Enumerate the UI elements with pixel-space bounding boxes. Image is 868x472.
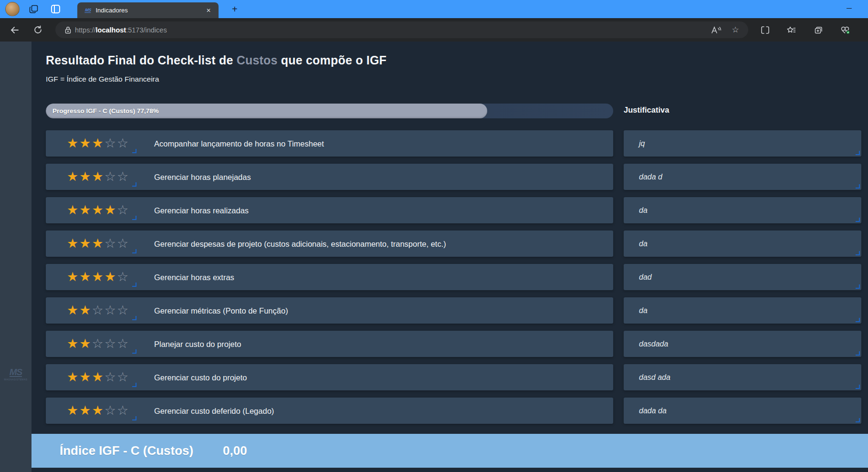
resize-handle-icon[interactable] xyxy=(856,151,860,155)
resize-handle-icon[interactable] xyxy=(132,283,136,287)
window-minimize-button[interactable]: ─ xyxy=(847,4,852,12)
justification-textarea[interactable]: dada da xyxy=(624,398,861,424)
resize-handle-icon[interactable] xyxy=(856,318,860,322)
justification-textarea[interactable]: dad xyxy=(624,264,861,290)
resize-handle-icon[interactable] xyxy=(856,184,860,189)
star-empty-icon[interactable]: ☆ xyxy=(92,303,104,317)
star-filled-icon[interactable]: ★ xyxy=(67,169,79,184)
collections-icon[interactable] xyxy=(810,22,826,38)
back-icon[interactable] xyxy=(7,22,23,38)
refresh-icon[interactable] xyxy=(30,22,46,38)
lock-icon[interactable] xyxy=(65,26,71,34)
split-screen-icon[interactable] xyxy=(757,22,773,38)
star-empty-icon[interactable]: ☆ xyxy=(92,336,104,351)
star-empty-icon[interactable]: ☆ xyxy=(117,169,129,184)
resize-handle-icon[interactable] xyxy=(856,251,860,255)
justification-textarea[interactable]: da xyxy=(624,197,861,223)
star-filled-icon[interactable]: ★ xyxy=(92,136,104,150)
read-aloud-icon[interactable] xyxy=(708,22,724,38)
star-empty-icon[interactable]: ☆ xyxy=(117,236,129,251)
star-rating[interactable]: ★★★★☆ xyxy=(67,204,129,217)
star-filled-icon[interactable]: ★ xyxy=(92,403,104,418)
star-filled-icon[interactable]: ★ xyxy=(67,136,79,150)
justification-text: da xyxy=(639,306,648,315)
star-rating[interactable]: ★★★☆☆ xyxy=(67,237,129,250)
star-filled-icon[interactable]: ★ xyxy=(92,236,104,251)
star-empty-icon[interactable]: ☆ xyxy=(105,303,117,317)
resize-handle-icon[interactable] xyxy=(856,218,860,222)
star-empty-icon[interactable]: ☆ xyxy=(117,203,129,217)
star-empty-icon[interactable]: ☆ xyxy=(105,136,117,150)
star-filled-icon[interactable]: ★ xyxy=(67,370,79,384)
tab-actions-icon[interactable] xyxy=(51,4,61,14)
workspaces-icon[interactable] xyxy=(29,4,39,14)
star-filled-icon[interactable]: ★ xyxy=(79,336,92,351)
star-filled-icon[interactable]: ★ xyxy=(92,169,104,184)
star-empty-icon[interactable]: ☆ xyxy=(105,236,117,251)
star-filled-icon[interactable]: ★ xyxy=(79,169,92,184)
resize-handle-icon[interactable] xyxy=(856,385,860,389)
star-empty-icon[interactable]: ☆ xyxy=(105,169,117,184)
star-filled-icon[interactable]: ★ xyxy=(67,403,79,418)
star-empty-icon[interactable]: ☆ xyxy=(117,336,129,351)
browser-tab[interactable]: MS Indicadores ✕ xyxy=(77,2,219,18)
star-filled-icon[interactable]: ★ xyxy=(79,303,92,317)
star-rating[interactable]: ★★★☆☆ xyxy=(67,404,129,417)
resize-handle-icon[interactable] xyxy=(132,416,136,420)
star-empty-icon[interactable]: ☆ xyxy=(105,370,117,384)
profile-avatar[interactable] xyxy=(5,2,20,16)
resize-handle-icon[interactable] xyxy=(856,284,860,289)
star-filled-icon[interactable]: ★ xyxy=(67,203,79,217)
star-filled-icon[interactable]: ★ xyxy=(79,403,92,418)
justification-textarea[interactable]: dada d xyxy=(624,164,861,190)
star-empty-icon[interactable]: ☆ xyxy=(105,336,117,351)
star-filled-icon[interactable]: ★ xyxy=(79,203,92,217)
star-empty-icon[interactable]: ☆ xyxy=(117,136,129,150)
favorites-list-icon[interactable] xyxy=(784,22,800,38)
star-filled-icon[interactable]: ★ xyxy=(79,370,92,384)
star-filled-icon[interactable]: ★ xyxy=(67,236,79,251)
justification-textarea[interactable]: jq xyxy=(624,130,861,157)
resize-handle-icon[interactable] xyxy=(856,351,860,356)
star-filled-icon[interactable]: ★ xyxy=(92,203,104,217)
justification-textarea[interactable]: dasdada xyxy=(624,331,861,357)
resize-handle-icon[interactable] xyxy=(132,349,136,354)
star-filled-icon[interactable]: ★ xyxy=(105,270,117,284)
star-rating[interactable]: ★★☆☆☆ xyxy=(67,304,129,317)
star-empty-icon[interactable]: ☆ xyxy=(117,403,129,418)
star-filled-icon[interactable]: ★ xyxy=(67,336,79,351)
tab-close-icon[interactable]: ✕ xyxy=(203,6,214,15)
justification-textarea[interactable]: dasd ada xyxy=(624,364,861,390)
justification-textarea[interactable]: da xyxy=(624,231,861,257)
justification-textarea[interactable]: da xyxy=(624,297,861,324)
resize-handle-icon[interactable] xyxy=(132,216,136,220)
checklist-item-label: Gerenciar custo do projeto xyxy=(154,373,247,382)
star-empty-icon[interactable]: ☆ xyxy=(117,303,129,317)
star-rating[interactable]: ★★★★☆ xyxy=(67,271,129,283)
star-rating[interactable]: ★★☆☆☆ xyxy=(67,337,129,350)
resize-handle-icon[interactable] xyxy=(132,182,136,187)
resize-handle-icon[interactable] xyxy=(856,418,860,422)
star-filled-icon[interactable]: ★ xyxy=(79,236,92,251)
star-filled-icon[interactable]: ★ xyxy=(67,303,79,317)
star-filled-icon[interactable]: ★ xyxy=(67,270,79,284)
new-tab-button[interactable]: + xyxy=(228,4,241,15)
star-filled-icon[interactable]: ★ xyxy=(92,370,104,384)
resize-handle-icon[interactable] xyxy=(132,383,136,387)
resize-handle-icon[interactable] xyxy=(132,316,136,320)
resize-handle-icon[interactable] xyxy=(132,249,136,253)
resize-handle-icon[interactable] xyxy=(132,149,136,153)
star-empty-icon[interactable]: ☆ xyxy=(117,370,129,384)
favorite-star-icon[interactable]: ☆ xyxy=(727,22,743,38)
address-bar[interactable]: https://localhost:5173/indices ☆ xyxy=(55,21,748,38)
star-filled-icon[interactable]: ★ xyxy=(92,270,104,284)
star-rating[interactable]: ★★★☆☆ xyxy=(67,371,129,384)
star-empty-icon[interactable]: ☆ xyxy=(117,270,129,284)
star-filled-icon[interactable]: ★ xyxy=(79,136,92,150)
star-filled-icon[interactable]: ★ xyxy=(79,270,92,284)
star-rating[interactable]: ★★★☆☆ xyxy=(67,137,129,150)
browser-essentials-icon[interactable] xyxy=(837,22,853,38)
star-filled-icon[interactable]: ★ xyxy=(105,203,117,217)
star-empty-icon[interactable]: ☆ xyxy=(105,403,117,418)
star-rating[interactable]: ★★★☆☆ xyxy=(67,170,129,183)
